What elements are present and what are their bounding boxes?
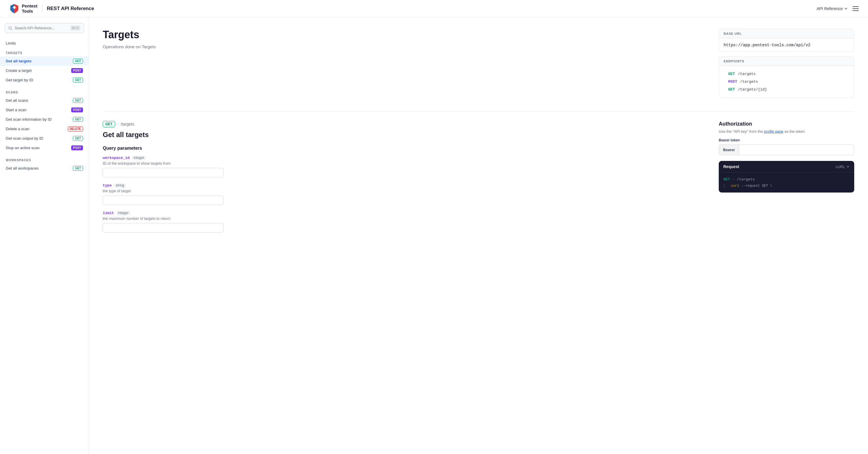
badge-post: POST	[71, 68, 83, 73]
auth-desc-prefix: Use the "API key" from the	[719, 129, 764, 134]
bearer-token-input[interactable]	[739, 145, 854, 155]
layout: ⌘+K Limits TARGETS Get all targets GET C…	[0, 17, 868, 454]
sidebar-item-label: Create a target	[6, 68, 32, 73]
type-input[interactable]	[103, 195, 223, 205]
chevron-down-icon	[846, 165, 849, 168]
request-format-label: cURL	[836, 165, 845, 169]
search-keyboard-shortcut: ⌘+K	[70, 26, 81, 30]
param-desc: the type of target	[103, 189, 705, 193]
badge-get: GET	[73, 117, 83, 122]
base-url-value: https://app.pentest-tools.com/api/v2	[724, 43, 810, 48]
endpoint-path-label: /targets	[121, 122, 134, 126]
logo-text: Pentest Tools	[22, 3, 37, 14]
limit-input[interactable]	[103, 223, 223, 232]
search-icon	[8, 26, 12, 30]
content-left: Targets Operations done on Targets	[103, 29, 705, 102]
sidebar-item-get-scan-output[interactable]: Get scan output by ID GET	[0, 134, 89, 143]
hamburger-menu[interactable]	[852, 6, 859, 11]
search-box[interactable]: ⌘+K	[5, 23, 84, 33]
badge-post: POST	[71, 145, 83, 150]
param-name: workspace_id	[103, 156, 130, 160]
page-title: Targets	[103, 29, 705, 41]
sidebar-item-start-scan[interactable]: Start a scan POST	[0, 105, 89, 115]
endpoint-method: POST	[728, 80, 737, 84]
sidebar-item-create-target[interactable]: Create a target POST	[0, 66, 89, 75]
content-right: BASE URL https://app.pentest-tools.com/a…	[705, 29, 854, 102]
bearer-prefix: Bearer	[719, 145, 739, 155]
endpoint-path: /targets/{id}	[738, 87, 767, 92]
endpoint-title: Get all targets	[103, 131, 705, 139]
main-content: Targets Operations done on Targets BASE …	[89, 17, 868, 454]
endpoints-header: ENDPOINTS	[719, 57, 854, 66]
param-type: integer	[132, 155, 146, 160]
sidebar-item-get-all-workspaces[interactable]: Get all workspaces GET	[0, 164, 89, 173]
api-ref-label: API Reference	[817, 6, 843, 11]
curl-flag: --request GET \	[741, 184, 772, 188]
header: Pentest Tools REST API Reference API Ref…	[0, 0, 868, 17]
auth-title: Authorization	[719, 121, 854, 127]
sidebar-item-label: Start a scan	[6, 108, 26, 112]
sidebar-section-title-targets: TARGETS	[0, 48, 89, 56]
sidebar-item-limits[interactable]: Limits	[0, 39, 89, 48]
search-input[interactable]	[14, 26, 68, 30]
pentest-tools-logo-icon	[9, 3, 20, 14]
sidebar-section-title-workspaces: WORKSPACES	[0, 155, 89, 164]
request-body: GET · /targets 1 curl --request GET \	[719, 173, 854, 193]
endpoint-detail-area: GET · /targets Get all targets Query par…	[103, 121, 854, 238]
api-reference-button[interactable]: API Reference	[817, 6, 848, 11]
endpoints-card: ENDPOINTS GET /targets POST /targets	[719, 56, 854, 98]
endpoint-method-badge: GET	[103, 121, 115, 127]
param-desc: the maximum number of targets to return	[103, 216, 705, 221]
sidebar-item-label: Get all scans	[6, 98, 28, 103]
sidebar-item-label: Get target by ID	[6, 78, 33, 82]
request-method: GET	[723, 177, 730, 181]
sidebar-item-get-all-scans[interactable]: Get all scans GET	[0, 96, 89, 105]
param-name: limit	[103, 211, 114, 215]
endpoint-dot: ·	[117, 122, 119, 126]
sidebar-item-label: Get all workspaces	[6, 166, 38, 170]
badge-get: GET	[73, 166, 83, 171]
badge-get: GET	[73, 59, 83, 63]
auth-desc-suffix: as the token	[783, 129, 805, 134]
chevron-down-icon	[844, 7, 848, 11]
sidebar-item-stop-scan[interactable]: Stop an active scan POST	[0, 143, 89, 152]
sidebar-item-get-all-targets[interactable]: Get all targets GET	[0, 56, 89, 66]
sidebar-section-scans: SCANS Get all scans GET Start a scan POS…	[0, 87, 89, 152]
header-right: API Reference	[817, 6, 859, 11]
request-line: GET · /targets	[723, 177, 849, 181]
sidebar-item-label: Delete a scan	[6, 127, 30, 131]
request-title: Request	[723, 164, 739, 169]
param-type: type string the type of target	[103, 183, 705, 205]
workspace-id-input[interactable]	[103, 168, 223, 177]
param-workspace-id: workspace_id integer ID of the workspace…	[103, 155, 705, 177]
badge-get: GET	[73, 136, 83, 141]
logo: Pentest Tools	[9, 3, 37, 14]
request-format-button[interactable]: cURL	[836, 165, 849, 169]
param-type: integer	[116, 210, 130, 215]
endpoint-list: GET /targets POST /targets GET /targets/…	[724, 70, 849, 93]
header-title: REST API Reference	[47, 6, 94, 11]
request-card: Request cURL GET · /targets 1	[719, 161, 854, 193]
bearer-input-row: Bearer	[719, 145, 854, 155]
profile-page-link[interactable]: profile page	[764, 129, 783, 134]
sidebar-section-targets: TARGETS Get all targets GET Create a tar…	[0, 48, 89, 85]
sidebar-item-delete-scan[interactable]: Delete a scan DELETE	[0, 124, 89, 134]
endpoint-list-item: POST /targets	[724, 78, 849, 86]
param-header: workspace_id integer	[103, 155, 705, 160]
auth-section: Authorization Use the "API key" from the…	[719, 121, 854, 155]
bearer-token-label: Bearer token	[719, 138, 854, 142]
sidebar-item-get-scan-info[interactable]: Get scan information by ID GET	[0, 115, 89, 124]
badge-delete: DELETE	[68, 126, 83, 131]
endpoint-path: /targets	[738, 72, 755, 76]
badge-get: GET	[73, 98, 83, 103]
endpoint-list-item: GET /targets	[724, 70, 849, 78]
sidebar-item-label: Get scan output by ID	[6, 136, 43, 141]
header-divider	[42, 5, 42, 12]
auth-desc: Use the "API key" from the profile page …	[719, 129, 854, 134]
header-left: Pentest Tools REST API Reference	[9, 3, 94, 14]
sidebar-item-get-target-by-id[interactable]: Get target by ID GET	[0, 75, 89, 85]
query-params-title: Query parameters	[103, 146, 705, 151]
sidebar: ⌘+K Limits TARGETS Get all targets GET C…	[0, 17, 89, 454]
endpoints-body: GET /targets POST /targets GET /targets/…	[719, 66, 854, 97]
badge-post: POST	[71, 108, 83, 112]
